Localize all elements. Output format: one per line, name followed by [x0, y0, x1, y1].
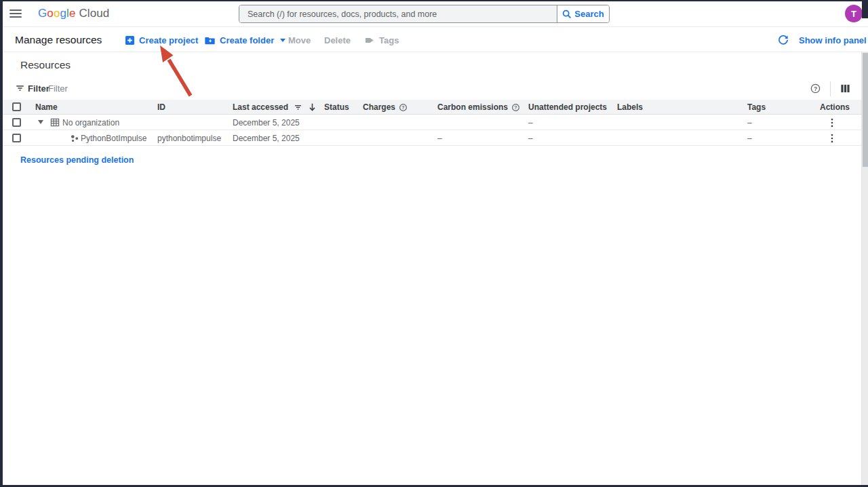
filter-row: Filter Filter ?	[0, 81, 868, 96]
menu-icon[interactable]	[9, 7, 24, 20]
search-input[interactable]	[239, 5, 557, 22]
tag-icon	[365, 36, 374, 45]
column-header-status: Status	[324, 100, 349, 115]
divider	[830, 81, 831, 96]
tags-label: Tags	[379, 35, 399, 45]
create-project-label: Create project	[139, 35, 198, 45]
move-button[interactable]: Move	[288, 28, 311, 52]
last-accessed-value: December 5, 2025	[233, 131, 300, 146]
table-header-row: Name ID Last accessed Status Charges ? C…	[0, 100, 868, 115]
column-filter-icon[interactable]	[294, 103, 302, 111]
window-frame-left	[0, 0, 3, 487]
svg-text:?: ?	[401, 105, 404, 111]
last-accessed-label: Last accessed	[233, 102, 288, 112]
select-all-checkbox[interactable]	[12, 102, 21, 111]
page-title: Manage resources	[15, 28, 102, 52]
table-help-icon[interactable]: ?	[810, 83, 821, 94]
add-box-icon	[125, 36, 134, 45]
last-accessed-value: December 5, 2025	[233, 115, 300, 130]
logo-letter: g	[60, 7, 66, 20]
scrollbar-track[interactable]	[861, 52, 868, 485]
logo-letter: o	[54, 7, 60, 20]
search-icon	[562, 9, 572, 19]
column-header-charges: Charges ?	[363, 100, 408, 115]
svg-text:?: ?	[514, 105, 517, 111]
table-row: No organization December 5, 2025 – –	[0, 115, 868, 130]
account-avatar[interactable]: T	[845, 5, 863, 22]
search-button-label: Search	[574, 9, 604, 19]
row-actions-icon[interactable]	[828, 132, 836, 145]
unattended-projects-value: –	[528, 115, 533, 130]
column-header-actions: Actions	[821, 100, 850, 115]
carbon-emissions-value: –	[437, 131, 442, 146]
create-folder-button[interactable]: Create folder	[205, 28, 285, 52]
create-folder-icon	[205, 36, 215, 45]
chevron-down-icon	[280, 39, 285, 42]
logo-letter: o	[47, 7, 54, 20]
search-bar: Search	[239, 5, 610, 23]
filter-list-icon	[15, 83, 25, 96]
row-actions-icon[interactable]	[828, 116, 836, 130]
unattended-projects-value: –	[528, 131, 533, 146]
collapse-arrow-icon[interactable]	[38, 120, 43, 124]
charges-label: Charges	[363, 102, 395, 112]
tags-button[interactable]: Tags	[365, 28, 399, 52]
carbon-emissions-label: Carbon emissions	[437, 102, 508, 112]
project-icon	[70, 134, 79, 145]
refresh-icon	[778, 35, 789, 45]
resources-pending-deletion-link[interactable]: Resources pending deletion	[20, 155, 134, 165]
filter-input[interactable]: Filter	[48, 83, 68, 94]
resource-id: pythonbotimpulse	[157, 131, 221, 146]
logo-letter: G	[38, 7, 47, 20]
column-header-name: Name	[35, 100, 58, 115]
resource-name[interactable]: PythonBotImpulse	[81, 131, 146, 146]
tags-value: –	[747, 131, 752, 146]
logo-letter: e	[69, 7, 76, 20]
column-header-tags: Tags	[747, 100, 766, 115]
delete-label: Delete	[324, 35, 351, 45]
row-checkbox[interactable]	[12, 134, 21, 142]
resources-heading: Resources	[20, 59, 71, 71]
column-header-id: ID	[157, 100, 165, 115]
show-info-panel-label: Show info panel	[799, 35, 867, 45]
move-label: Move	[288, 35, 311, 45]
show-info-panel-button[interactable]: Show info panel	[799, 28, 867, 52]
action-bar: Manage resources Create project Create f…	[0, 28, 868, 52]
column-header-labels: Labels	[617, 100, 643, 115]
organization-icon	[50, 118, 60, 129]
tags-value: –	[747, 115, 752, 130]
top-bar: Google Cloud Search	[0, 0, 868, 27]
column-display-icon[interactable]	[840, 83, 850, 96]
delete-button[interactable]: Delete	[324, 28, 351, 52]
refresh-button[interactable]	[778, 28, 789, 52]
google-cloud-logo[interactable]: Google Cloud	[38, 0, 109, 27]
annotation-arrow	[0, 0, 868, 487]
column-header-carbon-emissions: Carbon emissions ?	[437, 100, 520, 115]
window-frame-top-right	[862, 0, 868, 18]
row-checkbox[interactable]	[12, 118, 21, 127]
create-project-button[interactable]: Create project	[125, 28, 198, 52]
carbon-help-icon[interactable]: ?	[511, 103, 520, 112]
table-row: PythonBotImpulse pythonbotimpulse Decemb…	[0, 131, 868, 146]
column-header-last-accessed: Last accessed	[233, 100, 317, 115]
sort-descending-icon[interactable]	[308, 102, 317, 112]
logo-suffix: Cloud	[79, 7, 109, 20]
search-button[interactable]: Search	[557, 5, 609, 22]
create-folder-label: Create folder	[220, 35, 274, 45]
scrollbar-thumb[interactable]	[863, 53, 868, 167]
window-frame-top	[0, 0, 868, 1]
column-header-unattended-projects: Unattended projects	[528, 100, 607, 115]
filter-label: Filter	[28, 83, 50, 94]
svg-text:?: ?	[814, 85, 817, 92]
resource-name[interactable]: No organization	[62, 115, 119, 130]
charges-help-icon[interactable]: ?	[399, 103, 408, 112]
